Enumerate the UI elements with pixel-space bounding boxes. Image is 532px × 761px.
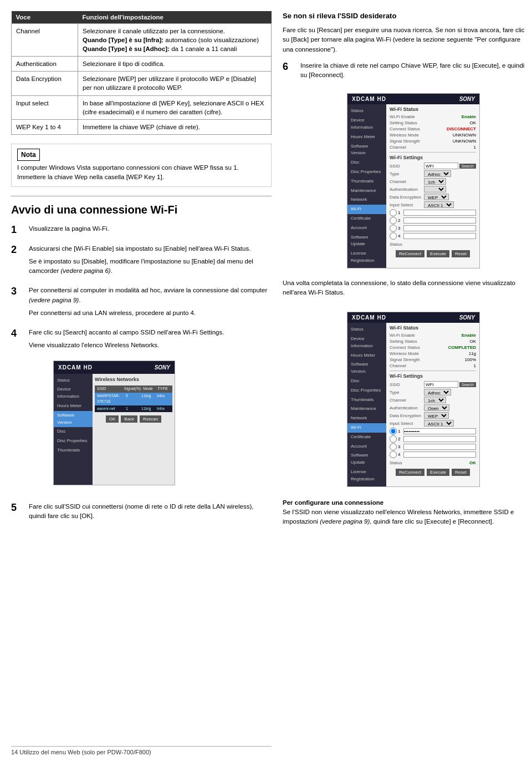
sidebar-item-status: Status <box>347 325 386 334</box>
ok-button[interactable]: OK <box>106 415 119 423</box>
wep-key-row-2: 2 <box>390 217 476 224</box>
ss-header: XDCAM HD SONY <box>54 361 175 374</box>
ssid-input-2[interactable] <box>424 381 458 388</box>
sidebar-item-device-info: Device Information <box>347 116 386 133</box>
step-text-a: Fare clic su [Search] accanto al campo S… <box>29 328 272 337</box>
ss-sidebar2: Status Device Information Hours Meter So… <box>347 323 386 486</box>
wep-keys-section-2: 1 2 3 <box>390 428 476 458</box>
wn-type: Infra <box>157 393 170 405</box>
channel-dropdown-2[interactable]: 1ch <box>424 397 446 403</box>
section-divider <box>11 196 272 196</box>
status-value-2: OK <box>469 460 476 465</box>
sidebar-item-disc: Disc <box>347 377 386 386</box>
ss-label: Channel <box>390 145 406 150</box>
reset-button-2[interactable]: Reset <box>452 469 470 476</box>
table-cell-content: Immettere la chiave WEP (chiave di rete)… <box>78 119 272 134</box>
type-dropdown-2[interactable]: Adhoc <box>424 389 451 395</box>
field-label: Authentication <box>390 405 423 410</box>
step-text-b: Per connettersi ad una LAN wireless, pro… <box>29 308 272 318</box>
per-configurare-section: Per configurare una connessione Se l'SSI… <box>283 498 532 527</box>
ssid-input[interactable] <box>424 163 458 169</box>
wep-radio-1[interactable] <box>390 209 397 216</box>
wep-radio-3[interactable] <box>390 225 397 232</box>
table-cell-content: Selezionare il tipo di codifica. <box>78 57 272 72</box>
search-button-2[interactable]: Search <box>459 382 476 387</box>
reconnect-button-2[interactable]: ReConnect <box>396 469 424 476</box>
step-content-6: Inserire la chiave di rete nel campo Chi… <box>300 61 532 80</box>
wep-key-row-4: 4 <box>390 232 476 240</box>
sidebar-item-hours: Hours Meter <box>347 133 386 142</box>
field-label: Channel <box>390 398 423 403</box>
ss-label: Wi-Fi Enable <box>390 114 415 119</box>
wep-radio-4[interactable] <box>390 232 397 240</box>
status-label-2: Status <box>390 460 402 465</box>
table-row: Authentication Selezionare il tipo di co… <box>12 57 272 72</box>
table-cell-content: Selezionare il canale utilizzato per la … <box>78 24 272 57</box>
encryption-dropdown-2[interactable]: WEP <box>424 412 449 419</box>
sidebar-item-device-info: Device Information <box>54 385 93 402</box>
auth-dropdown[interactable] <box>424 186 446 192</box>
reconnect-button[interactable]: ReConnect <box>396 250 424 257</box>
ss-value-setting: OK <box>469 339 476 344</box>
ss-row: Wireless Mode 11g <box>390 351 476 356</box>
ss-main: Wireless Networks SSID Signal(%) Mode TY… <box>93 374 175 485</box>
wep-input-3[interactable] <box>403 225 476 231</box>
ss-row: Setting Status OK <box>390 339 476 344</box>
ss-value-channel: 1 <box>474 363 476 368</box>
step-content-2: Assicurarsi che [Wi-Fi Enable] sia impos… <box>29 244 272 280</box>
input-select-dropdown[interactable]: ASCII 1 <box>424 201 454 208</box>
execute-button[interactable]: Execute <box>427 250 449 257</box>
encryption-dropdown[interactable]: WEP <box>424 194 449 200</box>
ss-body2: Status Device Information Hours Meter So… <box>347 323 479 486</box>
wep-input-2b[interactable] <box>403 436 476 442</box>
wep-input-2[interactable] <box>403 217 476 224</box>
ss-label: Wireless Mode <box>390 133 419 138</box>
sidebar-item-license: License Registration <box>347 468 386 484</box>
wep-input-1b[interactable] <box>403 428 476 434</box>
caption-1: Una volta completata la connessione, lo … <box>283 278 532 298</box>
wep-radio-4b[interactable] <box>390 451 397 458</box>
wep-input-4b[interactable] <box>403 451 476 458</box>
sidebar-item-disc: Disc <box>347 158 386 168</box>
ss-value-setting: OK <box>469 120 476 125</box>
ss-divider <box>390 152 476 153</box>
table-col1-header: Voce <box>12 11 78 24</box>
table-cell-label: Authentication <box>12 57 78 72</box>
step-content-1: Visualizzare la pagina Wi-Fi. <box>29 224 272 237</box>
wifistatus1-screenshot: XDCAM HD SONY Status Device Information … <box>283 88 532 273</box>
reset-button[interactable]: Reset <box>452 250 470 257</box>
execute-button-2[interactable]: Execute <box>427 469 449 476</box>
wep-radio-2b[interactable] <box>390 435 397 443</box>
back-button[interactable]: Back <box>121 415 137 423</box>
wn-headers: SSID Signal(%) Mode TYPE <box>95 385 172 393</box>
type-dropdown[interactable]: Adhoc <box>424 170 451 177</box>
wep-input-3b[interactable] <box>403 444 476 450</box>
wep-input-4[interactable] <box>403 233 476 239</box>
table-row: Channel Selezionare il canale utilizzato… <box>12 24 272 57</box>
ss-field-input-select: Input Select ASCII 1 <box>390 420 476 427</box>
wep-key-num: 2 <box>398 437 403 442</box>
table-cell-label: Data Encryption <box>12 72 78 95</box>
ss-row: Wi-Fi Enable Enable <box>390 333 476 338</box>
channel-dropdown[interactable]: 1ch <box>424 178 446 185</box>
search-button[interactable]: Search <box>459 164 476 169</box>
wep-radio-1b[interactable] <box>390 428 397 435</box>
wep-input-1[interactable] <box>403 210 476 216</box>
field-label: Input Select <box>390 421 423 426</box>
ss-label: Wi-Fi Enable <box>390 333 415 338</box>
auth-dropdown-2[interactable]: Open <box>424 404 449 411</box>
rescan-button[interactable]: Rescan <box>140 415 161 423</box>
wep-radio-2[interactable] <box>390 217 397 224</box>
step-text: Visualizzare la pagina Wi-Fi. <box>29 224 272 234</box>
sidebar-item-disc: Disc <box>54 427 93 437</box>
ss-field-channel: Channel 1ch <box>390 397 476 403</box>
input-select-dropdown-2[interactable]: ASCII 1 <box>424 420 454 427</box>
wep-key-num: 4 <box>398 234 403 239</box>
ss-field-encryption: Data Encryption WEP <box>390 412 476 419</box>
wn-row: WARPSTAR-37E71E 5 11b/g Infra <box>95 393 172 405</box>
sidebar-item-software: Software Version <box>54 411 93 428</box>
table-cell-label: WEP Key 1 to 4 <box>12 119 78 134</box>
brand-label: XDCAM HD <box>352 314 386 321</box>
bold-text: Quando [Type] è su [Infra]: <box>83 37 163 43</box>
wep-radio-3b[interactable] <box>390 443 397 450</box>
